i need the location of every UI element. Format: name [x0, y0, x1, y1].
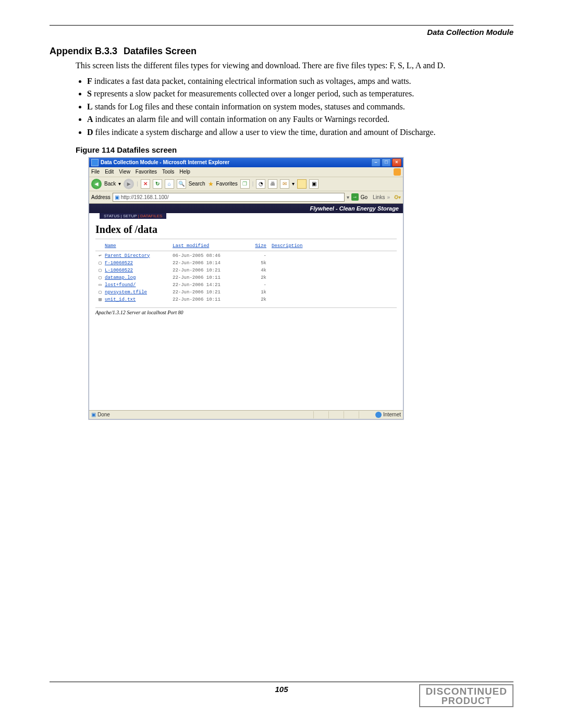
server-line: Apache/1.3.12 Server at localhost Port 8… [95, 307, 397, 315]
top-rule [50, 25, 513, 26]
status-bar: ▣ Done Internet [89, 410, 403, 419]
window-title: Data Collection Module - Microsoft Inter… [101, 159, 229, 165]
status-zone: Internet [383, 412, 401, 417]
bullet-list: F indicates a fast data packet, containi… [76, 76, 513, 138]
section-title: Datafiles Screen [124, 46, 197, 56]
mail-button[interactable]: ✉ [280, 179, 289, 189]
home-button[interactable]: ⌂ [165, 179, 174, 189]
stop-button[interactable]: ✕ [141, 179, 150, 189]
search-icon[interactable]: 🔍 [177, 179, 186, 189]
menu-help[interactable]: Help [179, 169, 190, 175]
close-button[interactable]: × [392, 158, 401, 167]
file-icon: ▢ [95, 275, 105, 280]
menu-view[interactable]: View [119, 169, 130, 175]
go-button[interactable]: → [351, 193, 359, 201]
toolbar: ◄ Back ▾ ► | ✕ ↻ ⌂ 🔍 Search ★ Favorites … [89, 177, 403, 191]
status-done: Done [97, 412, 110, 417]
status-icon: ▣ [91, 412, 96, 417]
list-item: ▢F-1006052222-Jun-2006 10:145k [95, 260, 397, 267]
page-type-icon: ▣ [115, 194, 119, 200]
list-item: ↩Parent Directory06-Jun-2005 08:46- [95, 252, 397, 260]
favorites-label[interactable]: Favorites [216, 181, 238, 187]
menu-tools[interactable]: Tools [162, 169, 174, 175]
back-label[interactable]: Back [104, 181, 116, 187]
list-item: ▢L-1006052222-Jun-2006 10:214k [95, 267, 397, 274]
header-module: Data Collection Module [50, 28, 513, 36]
links-label[interactable]: Links [373, 194, 385, 200]
col-modified[interactable]: Last modified [173, 243, 246, 249]
list-item: ▭lost+found/22-Jun-2006 14:21- [95, 281, 397, 289]
address-input[interactable]: ▣ http://192.168.1.100/ [113, 193, 345, 202]
throbber-icon [394, 168, 401, 176]
menu-favorites[interactable]: Favorites [136, 169, 157, 175]
minimize-button[interactable]: – [371, 158, 381, 167]
app-banner: Flywheel - Clean Energy Storage STATUS |… [89, 204, 403, 213]
section-heading: Appendix B.3.3Datafiles Screen [50, 46, 513, 57]
list-item: ▤unit_id.txt22-Jun-2006 10:112k [95, 296, 397, 303]
bullet-item: D files indicate a system discharge and … [87, 127, 513, 138]
file-icon: ▢ [95, 260, 105, 266]
body-text: This screen lists the different files ty… [76, 60, 513, 138]
bullet-item: L stands for Log files and these contain… [87, 101, 513, 113]
bottom-rule [50, 682, 513, 682]
menu-edit[interactable]: Edit [105, 169, 114, 175]
go-label[interactable]: Go [361, 194, 368, 200]
bullet-item: A indicates an alarm file and will conta… [87, 114, 513, 125]
banner-text: Flywheel - Clean Energy Storage [310, 205, 399, 212]
folder-button[interactable] [297, 179, 307, 189]
list-item: ▢npvsystem.tfile22-Jun-2006 10:211k [95, 289, 397, 296]
document-page: Data Collection Module Appendix B.3.3Dat… [0, 0, 563, 728]
forward-button[interactable]: ► [124, 179, 134, 189]
maximize-button[interactable]: □ [382, 158, 391, 167]
internet-zone-icon [375, 412, 382, 418]
norton-icon[interactable]: ✪▾ [394, 194, 401, 200]
menu-bar: File Edit View Favorites Tools Help [89, 167, 403, 177]
directory-listing: Name Last modified Size Description ↩Par… [95, 239, 397, 303]
figure-caption: Figure 114 Datafiles screen [76, 145, 513, 154]
discontinued-stamp: DISCONTINUED PRODUCT [419, 684, 513, 707]
intro-paragraph: This screen lists the different files ty… [76, 60, 513, 71]
print-button[interactable]: 🖶 [268, 179, 277, 189]
bullet-item: F indicates a fast data packet, containi… [87, 76, 513, 87]
folder-icon: ▭ [95, 282, 105, 288]
address-value: http://192.168.1.100/ [121, 194, 169, 200]
browser-window: Data Collection Module - Microsoft Inter… [89, 157, 403, 419]
col-size[interactable]: Size [246, 243, 266, 249]
listing-header: Name Last modified Size Description [95, 242, 397, 250]
menu-file[interactable]: File [91, 169, 100, 175]
window-title-bar: Data Collection Module - Microsoft Inter… [89, 158, 403, 167]
app-icon [91, 159, 99, 166]
search-label[interactable]: Search [189, 181, 205, 187]
col-desc[interactable]: Description [266, 243, 397, 249]
nav-tabs[interactable]: STATUS | SETUP | DATAFILES [100, 213, 166, 219]
edit-button[interactable]: ▣ [309, 179, 319, 189]
favorites-icon[interactable]: ★ [208, 180, 214, 188]
history-button[interactable]: ❐ [240, 179, 250, 189]
page-content: Index of /data Name Last modified Size D… [89, 213, 403, 363]
address-bar: Address ▣ http://192.168.1.100/ ▾ → Go L… [89, 191, 403, 204]
file-icon: ▢ [95, 289, 105, 295]
list-item: ▢datamap.log22-Jun-2006 10:112k [95, 274, 397, 281]
index-heading: Index of /data [95, 224, 397, 236]
address-label: Address [91, 194, 111, 200]
file-icon: ▢ [95, 267, 105, 273]
col-name[interactable]: Name [105, 243, 173, 249]
refresh-button[interactable]: ↻ [153, 179, 162, 189]
text-icon: ▤ [95, 297, 105, 302]
media-button[interactable]: ◔ [256, 179, 265, 189]
bullet-item: S represents a slow packet for measureme… [87, 88, 513, 100]
section-number: Appendix B.3.3 [50, 46, 117, 57]
back-icon: ↩ [95, 253, 105, 258]
back-button[interactable]: ◄ [91, 179, 102, 189]
